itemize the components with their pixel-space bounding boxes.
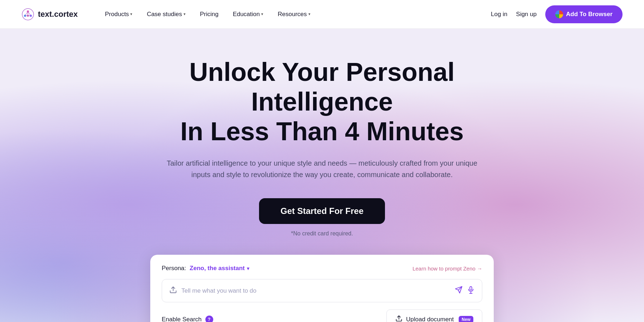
mic-icon[interactable] — [467, 286, 475, 296]
chrome-icon — [555, 10, 563, 18]
new-badge: New — [459, 316, 473, 322]
chat-card-footer: Enable Search ? Upload document New — [162, 309, 482, 322]
learn-prompt-link[interactable]: Learn how to prompt Zeno → — [413, 265, 482, 272]
persona-selector[interactable]: Zeno, the assistant ▾ — [190, 265, 249, 272]
send-icon[interactable] — [455, 286, 463, 296]
upload-doc-icon — [395, 315, 402, 322]
get-started-button[interactable]: Get Started For Free — [259, 198, 385, 224]
nav-item-pricing[interactable]: Pricing — [194, 8, 224, 21]
hero-title: Unlock Your Personal Intelligence In Les… — [140, 57, 504, 146]
chevron-down-icon: ▾ — [130, 12, 132, 16]
chat-card-header: Persona: Zeno, the assistant ▾ Learn how… — [162, 265, 482, 272]
chevron-down-icon: ▾ — [184, 12, 186, 16]
chat-input[interactable] — [181, 287, 450, 294]
hero-section: Unlock Your Personal Intelligence In Les… — [0, 29, 644, 322]
upload-document-button[interactable]: Upload document New — [386, 309, 482, 322]
nav-item-case-studies[interactable]: Case studies ▾ — [141, 8, 191, 21]
hero-subtitle: Tailor artificial intelligence to your u… — [161, 157, 483, 180]
upload-icon[interactable] — [169, 286, 177, 296]
svg-rect-12 — [470, 287, 472, 290]
chevron-down-icon: ▾ — [261, 12, 263, 16]
hero-note: *No credit card required. — [291, 230, 353, 237]
nav-right: Log in Sign up Add To Browser — [491, 5, 623, 23]
logo-text: text.cortex — [38, 10, 78, 19]
hero-content: Unlock Your Personal Intelligence In Les… — [125, 57, 519, 322]
signup-button[interactable]: Sign up — [516, 11, 537, 18]
chevron-down-icon: ▾ — [308, 12, 311, 16]
enable-search-label: Enable Search — [162, 316, 202, 322]
persona-chevron-icon: ▾ — [247, 266, 249, 271]
logo-icon — [21, 8, 34, 21]
nav-item-education[interactable]: Education ▾ — [227, 8, 269, 21]
enable-search-wrap: Enable Search ? — [162, 316, 213, 322]
logo[interactable]: text.cortex — [21, 8, 78, 21]
chat-input-area — [162, 279, 482, 302]
persona-wrap: Persona: Zeno, the assistant ▾ — [162, 265, 249, 272]
persona-label: Persona: — [162, 265, 186, 272]
nav-item-products[interactable]: Products ▾ — [99, 8, 138, 21]
navbar: text.cortex Products ▾ Case studies ▾ Pr… — [0, 0, 644, 29]
nav-item-resources[interactable]: Resources ▾ — [272, 8, 316, 21]
help-icon[interactable]: ? — [205, 316, 213, 322]
add-to-browser-button[interactable]: Add To Browser — [545, 5, 623, 23]
login-button[interactable]: Log in — [491, 11, 507, 18]
nav-links: Products ▾ Case studies ▾ Pricing Educat… — [99, 8, 491, 21]
chat-card: Persona: Zeno, the assistant ▾ Learn how… — [150, 255, 494, 322]
